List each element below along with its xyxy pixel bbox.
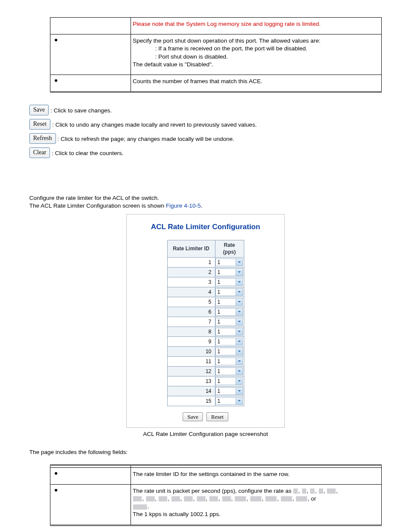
col-rate-limiter-id: Rate Limiter ID: [167, 240, 215, 257]
rate-limiter-id-cell: 14: [167, 386, 215, 396]
chevron-down-icon: [236, 289, 243, 296]
rate-select[interactable]: 1: [215, 358, 243, 365]
rate-select[interactable]: 1: [215, 298, 243, 306]
rate-limiter-id-cell: 13: [167, 376, 215, 386]
acl-intro: Configure the rate limiter for the ACL o…: [29, 194, 382, 210]
rate-limiter-row: 41: [167, 287, 244, 297]
shutdown-description: Specify the port shut down operation of …: [131, 34, 382, 75]
rate-select[interactable]: 1: [215, 278, 243, 286]
chevron-down-icon: [236, 348, 243, 355]
save-desc: : Click to save changes.: [50, 107, 112, 114]
rate-limiter-row: 111: [167, 356, 244, 366]
rate-select[interactable]: 1: [215, 387, 243, 395]
rate-limiter-id-cell: 9: [167, 336, 215, 346]
rate-limiter-row: 61: [167, 307, 244, 317]
syslog-warning: Please note that the System Log memory s…: [133, 21, 321, 27]
rate-limiter-table: Rate Limiter ID Rate (pps) 1121314151617…: [167, 240, 244, 406]
rate-limiter-row: 71: [167, 317, 244, 327]
rate-limiter-id-cell: 10: [167, 346, 215, 356]
figure-caption: ACL Rate Limiter Configuration page scre…: [29, 430, 382, 438]
col-rate-pps: Rate (pps): [215, 240, 244, 257]
rate-select[interactable]: 1: [215, 288, 243, 296]
rate-select[interactable]: 1: [215, 318, 243, 326]
rate-limiter-row: 91: [167, 336, 244, 346]
rate-limiter-id-cell: 4: [167, 287, 215, 297]
rate-select[interactable]: 1: [215, 348, 243, 355]
rate-select[interactable]: 1: [215, 397, 243, 405]
chevron-down-icon: [236, 338, 243, 345]
fields-intro: The page includes the following fields:: [29, 448, 382, 456]
rate-select[interactable]: 1: [215, 258, 243, 266]
figure-title: ACL Rate Limiter Configuration: [134, 222, 277, 232]
rate-limiter-id-cell: 3: [167, 277, 215, 287]
rate-select[interactable]: 1: [215, 338, 243, 345]
bullet-icon: [55, 39, 57, 41]
rate-limiter-row: 81: [167, 327, 244, 336]
figure-link[interactable]: Figure 4-10-5: [166, 202, 201, 209]
bullet-icon: [55, 79, 57, 82]
buttons-help-block: Save : Click to save changes. Reset : Cl…: [29, 105, 382, 160]
rate-limiter-id-cell: 11: [167, 356, 215, 366]
chevron-down-icon: [236, 398, 243, 404]
rate-limiter-row: 31: [167, 277, 244, 287]
figure-reset-button[interactable]: Reset: [206, 412, 228, 422]
rate-limiter-id-desc: The rate limiter ID for the settings con…: [131, 467, 382, 484]
reset-button[interactable]: Reset: [29, 119, 50, 130]
rate-limiter-id-cell: 15: [167, 396, 215, 406]
chevron-down-icon: [236, 259, 243, 266]
refresh-desc: : Click to refresh the page; any changes…: [57, 136, 234, 142]
rate-limiter-row: 21: [167, 267, 244, 277]
rate-limiter-id-cell: 7: [167, 317, 215, 327]
rate-select[interactable]: 1: [215, 308, 243, 316]
rate-limiter-row: 131: [167, 376, 244, 386]
chevron-down-icon: [236, 269, 243, 276]
chevron-down-icon: [236, 358, 243, 365]
rate-pps-desc: The rate unit is packet per second (pps)…: [131, 484, 382, 525]
rate-select[interactable]: 1: [215, 268, 243, 276]
upper-parameters-table: Please note that the System Log memory s…: [50, 17, 382, 93]
rate-limiter-id-cell: 8: [167, 327, 215, 336]
rate-select[interactable]: 1: [215, 367, 243, 375]
clear-button[interactable]: Clear: [29, 147, 50, 158]
rate-limiter-id-cell: 12: [167, 366, 215, 376]
chevron-down-icon: [236, 378, 243, 385]
lower-parameters-table: The rate limiter ID for the settings con…: [50, 464, 382, 526]
chevron-down-icon: [236, 318, 243, 325]
figure-save-button[interactable]: Save: [183, 412, 203, 422]
clear-desc: : Click to clear the counters.: [52, 150, 124, 156]
chevron-down-icon: [236, 388, 243, 395]
rate-limiter-id-cell: 1: [167, 257, 215, 267]
chevron-down-icon: [236, 328, 243, 335]
chevron-down-icon: [236, 279, 243, 286]
rate-limiter-row: 141: [167, 386, 244, 396]
rate-limiter-row: 121: [167, 366, 244, 376]
refresh-button[interactable]: Refresh: [29, 133, 56, 144]
reset-desc: : Click to undo any changes made locally…: [52, 121, 257, 128]
bullet-icon: [55, 489, 57, 492]
save-button[interactable]: Save: [29, 105, 49, 115]
counter-description: Counts the number of frames that match t…: [131, 75, 382, 92]
rate-select[interactable]: 1: [215, 328, 243, 336]
rate-limiter-row: 51: [167, 297, 244, 307]
bullet-icon: [55, 472, 57, 475]
chevron-down-icon: [236, 368, 243, 375]
acl-rate-limiter-figure: ACL Rate Limiter Configuration Rate Limi…: [126, 214, 285, 428]
chevron-down-icon: [236, 299, 243, 305]
rate-limiter-row: 151: [167, 396, 244, 406]
rate-limiter-id-cell: 2: [167, 267, 215, 277]
rate-limiter-id-cell: 6: [167, 307, 215, 317]
rate-limiter-id-cell: 5: [167, 297, 215, 307]
chevron-down-icon: [236, 308, 243, 315]
rate-limiter-row: 101: [167, 346, 244, 356]
rate-limiter-row: 11: [167, 257, 244, 267]
rate-select[interactable]: 1: [215, 377, 243, 385]
